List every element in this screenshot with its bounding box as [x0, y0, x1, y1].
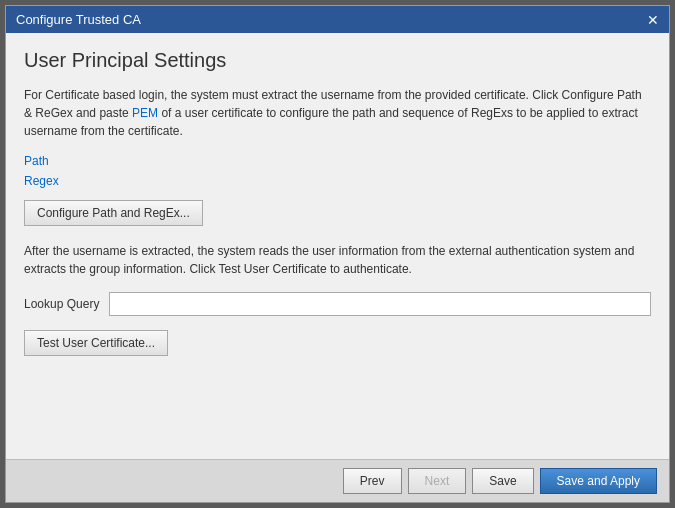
content-area: User Principal Settings For Certificate …: [6, 33, 669, 459]
prev-button[interactable]: Prev: [343, 468, 402, 494]
next-button: Next: [408, 468, 467, 494]
path-link[interactable]: Path: [24, 154, 651, 168]
lookup-query-row: Lookup Query: [24, 292, 651, 316]
pem-link: PEM: [132, 106, 158, 120]
page-title: User Principal Settings: [24, 49, 651, 72]
title-bar: Configure Trusted CA ✕: [6, 6, 669, 33]
regex-link[interactable]: Regex: [24, 174, 651, 188]
lookup-query-label: Lookup Query: [24, 297, 99, 311]
footer: Prev Next Save Save and Apply: [6, 459, 669, 502]
configure-path-regex-button[interactable]: Configure Path and RegEx...: [24, 200, 203, 226]
save-and-apply-button[interactable]: Save and Apply: [540, 468, 657, 494]
section2-description: After the username is extracted, the sys…: [24, 242, 651, 278]
dialog-title: Configure Trusted CA: [16, 12, 141, 27]
description-text: For Certificate based login, the system …: [24, 86, 651, 140]
dialog: Configure Trusted CA ✕ User Principal Se…: [5, 5, 670, 503]
lookup-query-input[interactable]: [109, 292, 651, 316]
test-user-certificate-button[interactable]: Test User Certificate...: [24, 330, 168, 356]
close-button[interactable]: ✕: [647, 13, 659, 27]
save-button[interactable]: Save: [472, 468, 533, 494]
